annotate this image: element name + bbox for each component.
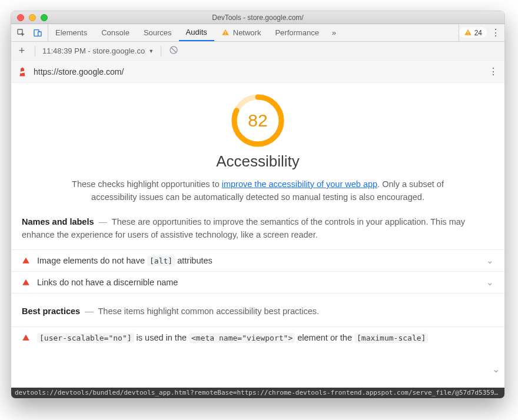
- report-content: 82 Accessibility These checks highlight …: [11, 83, 504, 388]
- clear-button[interactable]: [168, 45, 179, 57]
- panel-tabs: Elements Console Sources Audits Network …: [48, 24, 342, 41]
- tab-audits[interactable]: Audits: [179, 24, 214, 41]
- zoom-window-button[interactable]: [41, 14, 48, 21]
- score-gauge: 82: [231, 94, 285, 148]
- audits-list: Image elements do not have [alt] attribu…: [11, 249, 504, 294]
- score-gauge-section: 82 Accessibility These checks highlight …: [11, 94, 504, 204]
- category-description: These checks highlight opportunities to …: [69, 178, 446, 204]
- warnings-chip[interactable]: 24: [459, 28, 487, 38]
- code-token: [user-scalable="no"]: [37, 333, 134, 343]
- audit-title: Image elements do not have [alt] attribu…: [37, 256, 479, 265]
- svg-rect-5: [467, 31, 468, 33]
- code-token: <meta name="viewport">: [189, 333, 295, 343]
- svg-rect-4: [225, 34, 225, 34]
- more-glyph: »: [332, 28, 336, 37]
- section-names-labels: Names and labels — These are opportuniti…: [11, 216, 504, 242]
- svg-line-8: [171, 48, 176, 52]
- report-label: 11:48:39 PM - store.google.co: [42, 46, 145, 55]
- audit-row-viewport[interactable]: [user-scalable="no"] is used in the <met…: [11, 327, 504, 348]
- kebab-icon: ⋮: [491, 28, 500, 38]
- traffic-lights: [11, 14, 48, 21]
- close-window-button[interactable]: [17, 14, 24, 21]
- score-value: 82: [231, 94, 285, 148]
- audit-row-link-name[interactable]: Links do not have a discernible name ⌄: [11, 272, 504, 294]
- audit-title: [user-scalable="no"] is used in the <met…: [37, 333, 494, 342]
- fail-icon: [22, 333, 30, 342]
- tab-label: Elements: [55, 28, 87, 37]
- code-token: [maximum-scale]: [354, 333, 428, 343]
- svg-rect-6: [467, 34, 468, 34]
- report-menu-button[interactable]: ⋮: [488, 66, 499, 77]
- more-tabs-button[interactable]: »: [326, 24, 342, 41]
- tab-performance[interactable]: Performance: [268, 24, 326, 41]
- audit-url: https://store.google.com/: [34, 67, 124, 76]
- devtools-window: DevTools - store.google.com/ Elements Co…: [11, 11, 505, 399]
- dropdown-icon: ▼: [148, 48, 154, 54]
- status-bar: devtools://devtools/bundled/devtools_app…: [11, 388, 504, 398]
- section-body: These items highlight common accessibili…: [98, 306, 320, 316]
- kebab-icon: ⋮: [489, 66, 498, 76]
- warning-icon: [221, 28, 230, 37]
- svg-rect-3: [225, 31, 225, 33]
- device-toolbar-icon[interactable]: [31, 26, 44, 39]
- status-text: devtools://devtools/bundled/devtools_app…: [15, 389, 504, 396]
- settings-menu-button[interactable]: ⋮: [490, 27, 501, 38]
- separator: [161, 46, 161, 56]
- audits-list-bp: [user-scalable="no"] is used in the <met…: [11, 326, 504, 348]
- section-heading: Best practices: [22, 306, 80, 316]
- dash: —: [82, 306, 98, 316]
- section-heading: Names and labels: [22, 217, 94, 226]
- tab-console[interactable]: Console: [94, 24, 137, 41]
- clear-icon: [168, 45, 179, 55]
- inspect-controls: [11, 24, 48, 41]
- fail-icon: [22, 256, 30, 265]
- tab-network[interactable]: Network: [214, 24, 268, 41]
- audit-urlbar: https://store.google.com/ ⋮: [11, 61, 504, 83]
- tab-label: Console: [101, 28, 130, 37]
- chevron-down-icon: ⌄: [486, 256, 494, 265]
- report-selector[interactable]: 11:48:39 PM - store.google.co ▼: [42, 46, 154, 55]
- new-audit-button[interactable]: +: [16, 45, 28, 57]
- dash: —: [97, 217, 112, 226]
- window-title: DevTools - store.google.com/: [11, 14, 504, 22]
- main-tabstrip: Elements Console Sources Audits Network …: [11, 24, 504, 42]
- tab-label: Network: [233, 28, 261, 37]
- audit-row-image-alt[interactable]: Image elements do not have [alt] attribu…: [11, 250, 504, 272]
- tab-label: Audits: [186, 28, 207, 36]
- fail-icon: [22, 278, 30, 287]
- category-name: Accessibility: [11, 152, 504, 171]
- desc-text: These checks highlight opportunities to: [72, 179, 222, 189]
- svg-rect-2: [38, 32, 41, 36]
- tab-elements[interactable]: Elements: [48, 24, 94, 41]
- tab-label: Performance: [275, 28, 318, 37]
- inspect-element-icon[interactable]: [15, 26, 28, 39]
- section-best-practices: Best practices — These items highlight c…: [11, 305, 504, 318]
- warning-count: 24: [474, 29, 482, 37]
- tab-label: Sources: [144, 28, 172, 37]
- minimize-window-button[interactable]: [29, 14, 36, 21]
- titlebar: DevTools - store.google.com/: [11, 11, 504, 24]
- plus-icon: +: [19, 45, 25, 57]
- lighthouse-icon: [17, 66, 28, 77]
- improve-accessibility-link[interactable]: improve the accessibility of your web ap…: [222, 179, 377, 189]
- audits-toolbar: + 11:48:39 PM - store.google.co ▼: [11, 42, 504, 61]
- chevron-down-icon: ⌄: [492, 364, 500, 375]
- code-token: [alt]: [147, 256, 175, 266]
- audit-title: Links do not have a discernible name: [37, 278, 479, 287]
- chevron-down-icon: ⌄: [486, 278, 494, 287]
- separator: [35, 46, 35, 56]
- tabstrip-right: 24 ⋮: [459, 24, 504, 41]
- tab-sources[interactable]: Sources: [137, 24, 179, 41]
- warning-icon: [464, 28, 472, 37]
